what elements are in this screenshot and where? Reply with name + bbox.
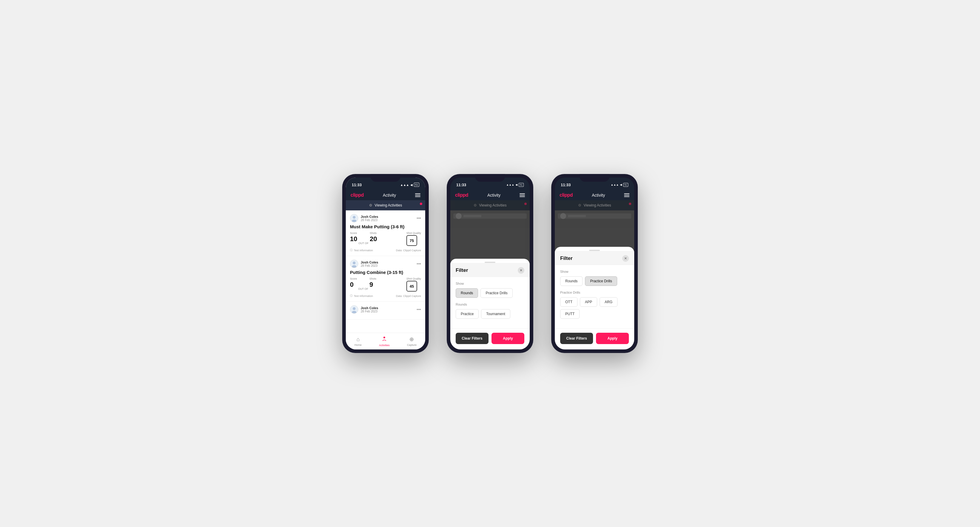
- test-info-2: ⓘ Test Information: [350, 294, 373, 298]
- quality-badge-1: 75: [406, 235, 417, 246]
- user-name-1: Josh Coles: [361, 215, 378, 218]
- activities-icon-1: [382, 336, 387, 343]
- ott-chip-3[interactable]: OTT: [560, 297, 578, 307]
- menu-icon-1[interactable]: [415, 194, 420, 197]
- practice-drills-chip-2[interactable]: Practice Drills: [480, 288, 512, 298]
- nav-activities-1[interactable]: Activities: [379, 336, 390, 347]
- app-chip-3[interactable]: APP: [580, 297, 597, 307]
- capture-icon-1: ⊕: [409, 336, 414, 343]
- user-name-3: Josh Coles: [361, 306, 378, 310]
- rounds-chip-2[interactable]: Rounds: [456, 288, 478, 298]
- clear-filters-button-2[interactable]: Clear Filters: [456, 333, 488, 344]
- avatar-1: [350, 214, 358, 222]
- status-time-2: 11:33: [456, 183, 466, 187]
- rounds-chip-3[interactable]: Rounds: [560, 276, 582, 286]
- phone-2-inner: 11:33 ▲▲▲ ◀ 51 clippd Activity ⚙ Viewing…: [450, 178, 530, 349]
- card-header-1: Josh Coles 28 Feb 2023 •••: [350, 214, 421, 222]
- avatar-2: [350, 260, 358, 268]
- status-icons-3: ▲▲▲ ◀ 51: [611, 183, 628, 187]
- quality-badge-2: 45: [406, 281, 417, 292]
- show-chips-2: Rounds Practice Drills: [456, 288, 524, 298]
- out-of-1: OUT OF: [358, 242, 369, 246]
- home-icon-1: ⌂: [356, 336, 360, 343]
- filter-icon-1: ⚙: [369, 203, 372, 207]
- filter-footer-2: Clear Filters Apply: [450, 328, 530, 349]
- filter-close-3[interactable]: ✕: [622, 255, 629, 262]
- activity-card-2: Josh Coles 28 Feb 2023 ••• Putting Combi…: [346, 256, 425, 302]
- app-logo-2: clippd: [455, 192, 468, 198]
- phones-container: 11:33 ▲▲▲ ◀ 51 clippd Activity ⚙ Viewing…: [342, 174, 638, 353]
- battery-icon-3: 51: [623, 183, 628, 187]
- filter-body-3: Show Rounds Practice Drills Practice Dri…: [555, 265, 634, 328]
- menu-icon-3[interactable]: [624, 194, 630, 197]
- card-header-3: Josh Coles 28 Feb 2023 •••: [350, 305, 421, 314]
- clear-filters-button-3[interactable]: Clear Filters: [560, 333, 593, 344]
- svg-point-2: [352, 220, 356, 222]
- status-time-1: 11:33: [352, 183, 361, 187]
- apply-button-2[interactable]: Apply: [492, 333, 524, 344]
- nav-home-1[interactable]: ⌂ Home: [355, 336, 361, 346]
- score-label-1: Score: [350, 232, 357, 235]
- stats-row-2: Score 0 OUT OF Shots 9 Shot Quality 45: [350, 277, 421, 292]
- menu-icon-2[interactable]: [520, 194, 525, 197]
- score-value-2: 0: [350, 281, 353, 288]
- card-header-2: Josh Coles 28 Feb 2023 •••: [350, 260, 421, 268]
- more-options-1[interactable]: •••: [417, 216, 421, 221]
- practice-chip-2[interactable]: Practice: [456, 309, 479, 319]
- shot-quality-label-1: Shot Quality: [406, 232, 421, 235]
- filter-icon-3: ⚙: [578, 203, 581, 207]
- score-stat-2: Score 0: [350, 277, 357, 289]
- wifi-icon-2: ◀: [515, 183, 517, 186]
- shots-label-1: Shots: [370, 232, 377, 235]
- user-name-2: Josh Coles: [361, 260, 378, 264]
- nav-bar-2: clippd Activity: [450, 190, 530, 200]
- more-options-3[interactable]: •••: [417, 307, 421, 312]
- arg-chip-3[interactable]: ARG: [600, 297, 617, 307]
- battery-icon-2: 51: [519, 183, 524, 187]
- score-label-2: Score: [350, 277, 357, 280]
- shots-value-1: 20: [370, 235, 377, 243]
- practice-drills-section-label-3: Practice Drills: [560, 290, 629, 294]
- filter-footer-3: Clear Filters Apply: [555, 328, 634, 349]
- phone-1-inner: 11:33 ▲▲▲ ◀ 51 clippd Activity ⚙ Viewing…: [346, 178, 425, 349]
- wifi-icon: ◀: [410, 183, 413, 187]
- rounds-chips-2: Practice Tournament: [456, 309, 524, 319]
- viewing-activities-label-3: Viewing Activities: [584, 203, 611, 207]
- notch-3: [579, 174, 609, 182]
- practice-drills-chip-3[interactable]: Practice Drills: [585, 276, 617, 286]
- nav-title-1: Activity: [383, 193, 396, 198]
- viewing-bar-2: ⚙ Viewing Activities: [450, 200, 530, 210]
- activity-title-2: Putting Combine (3-15 ft): [350, 270, 421, 275]
- tournament-chip-2[interactable]: Tournament: [481, 309, 510, 319]
- nav-title-2: Activity: [487, 193, 500, 198]
- user-details-3: Josh Coles 28 Feb 2023: [361, 306, 378, 313]
- activity-card-1: Josh Coles 28 Feb 2023 ••• Must Make Put…: [346, 210, 425, 256]
- battery-icon: 51: [414, 183, 419, 187]
- svg-point-4: [353, 262, 355, 264]
- test-info-1: ⓘ Test Information: [350, 248, 373, 252]
- filter-close-2[interactable]: ✕: [518, 267, 524, 274]
- user-details-1: Josh Coles 28 Feb 2023: [361, 215, 378, 222]
- capture-label-1: Capture: [407, 343, 417, 346]
- phone-1: 11:33 ▲▲▲ ◀ 51 clippd Activity ⚙ Viewing…: [342, 174, 429, 353]
- content-1: Josh Coles 28 Feb 2023 ••• Must Make Put…: [346, 210, 425, 333]
- notch-1: [371, 174, 401, 182]
- filter-body-2: Show Rounds Practice Drills Rounds Pract…: [450, 277, 530, 328]
- app-logo-3: clippd: [560, 192, 573, 198]
- filter-active-dot-1: [420, 203, 422, 205]
- filter-sheet-3: Filter ✕ Show Rounds Practice Drills Pra…: [555, 247, 634, 349]
- svg-point-1: [353, 216, 355, 219]
- nav-title-3: Activity: [592, 193, 605, 198]
- putt-chip-3[interactable]: PUTT: [560, 309, 579, 319]
- more-options-2[interactable]: •••: [417, 262, 421, 266]
- apply-button-3[interactable]: Apply: [596, 333, 629, 344]
- filter-active-dot-2: [524, 203, 527, 205]
- status-icons-2: ▲▲▲ ◀ 51: [506, 183, 524, 187]
- nav-capture-1[interactable]: ⊕ Capture: [407, 336, 417, 346]
- viewing-activities-label-2: Viewing Activities: [479, 203, 507, 207]
- shots-stat-1: Shots 20: [370, 232, 377, 243]
- viewing-bar-1[interactable]: ⚙ Viewing Activities: [346, 200, 425, 210]
- phone-3-inner: 11:33 ▲▲▲ ◀ 51 clippd Activity ⚙ Viewing…: [555, 178, 634, 349]
- data-source-1: Data: Clippd Capture: [396, 249, 421, 252]
- home-label-1: Home: [355, 343, 361, 346]
